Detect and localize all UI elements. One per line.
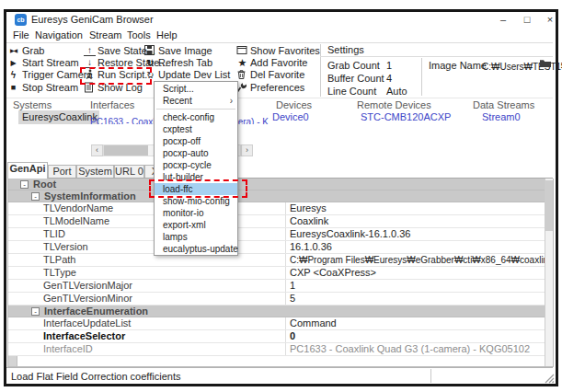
menu-separator [156,109,235,110]
device-item[interactable]: Device0 [272,111,309,123]
system-item[interactable]: EuresysCoaxlink [22,111,97,123]
menu-item-pocxp-cycle[interactable]: pocxp-cycle [155,159,237,171]
tab-port[interactable]: Port [48,165,76,178]
collapse-icon[interactable]: - [31,307,40,316]
grid-row-tlversion[interactable]: TLVersion 16.1.0.36 [8,241,545,254]
grid-row-tlpath[interactable]: TLPath C:₩Program Files₩Euresys₩eGrabber… [8,254,545,267]
feature-command-value[interactable]: Command [285,317,549,329]
menu-stream[interactable]: Stream [89,29,121,41]
line-count-value[interactable]: Auto [386,86,407,98]
lightning-icon: ϟ [7,69,19,81]
menu-item-lamps[interactable]: lamps [155,231,237,243]
menu-file[interactable]: File [13,29,29,41]
menu-tools[interactable]: Tools [127,29,151,41]
menu-item-pocxp-auto[interactable]: pocxp-auto [155,147,237,159]
annotation-box-load-ffc [149,179,247,198]
grid-row-interfaceselector[interactable]: InterfaceSelector 0 [8,330,545,343]
maximize-button[interactable]: □ [519,12,535,27]
close-button[interactable]: × [542,12,558,27]
feature-value: PC1633 - Coaxlink Quad G3 (1-camera) - K… [285,343,549,355]
grid-row-gentlversionminor[interactable]: GenTLVersionMinor 5 [8,293,545,306]
grab-icon: ▶◀ [7,45,19,57]
vscrollbar-thumb[interactable] [545,180,553,231]
tab-genapi[interactable]: GenApi [7,162,48,179]
hscroll-left-button[interactable]: ‹ [91,144,103,156]
feature-name: TLPath [43,254,75,266]
feature-value[interactable]: 5 [285,293,549,305]
grid-group-interfaceenumeration[interactable]: - InterfaceEnumeration [8,306,545,317]
save-image-button[interactable]: Save Image [158,45,212,57]
feature-value[interactable]: EuresysCoaxlink-16.1.0.36 [285,228,549,240]
preferences-button[interactable]: Preferences [250,82,304,94]
submenu-arrow-icon: › [230,95,233,107]
remote-device-item[interactable]: STC-CMB120ACXP [361,111,451,123]
refresh-tab-button[interactable]: Refresh Tab [158,57,212,69]
menu-item-check-config[interactable]: check-config [155,111,237,123]
tab-url0[interactable]: URL 0 [114,165,144,178]
star-icon: ★ [236,57,248,69]
feature-value[interactable]: 0 [285,330,549,342]
annotation-box-run-script [80,67,152,85]
menu-item-cxptest[interactable]: cxptest [155,123,237,135]
grid-group-systeminformation[interactable]: - SystemInformation [8,190,545,202]
feature-value[interactable]: Coaxlink [285,215,549,227]
grid-row-interfaceid[interactable]: InterfaceID PC1633 - Coaxlink Quad G3 (1… [8,343,545,356]
grid-row-gentlversionmajor[interactable]: GenTLVersionMajor 1 [8,280,545,293]
grid-row-tltype[interactable]: TLType CXP <CoaXPress> [8,267,545,280]
tab-system[interactable]: System [76,165,114,178]
save-image-icon [144,45,156,57]
grid-row-tlvendorname[interactable]: TLVendorName Euresys [8,202,545,215]
feature-value[interactable]: 16.1.0.36 [285,241,549,253]
menu-help[interactable]: Help [156,29,178,41]
feature-name: TLID [43,228,65,240]
grab-count-label: Grab Count [327,60,380,72]
feature-name: InterfaceID [43,343,93,355]
buffer-count-value[interactable]: 4 [386,73,392,85]
update-dev-list-button[interactable]: Update Dev List [158,69,230,81]
grid-row-tlmodelname[interactable]: TLModelName Coaxlink [8,215,545,228]
hscroll-right-button[interactable]: › [241,144,253,156]
add-favorite-button[interactable]: Add Favorite [250,57,307,69]
group-label: SystemInformation [44,190,136,202]
collapse-icon[interactable]: - [20,180,29,189]
feature-name: TLModelName [43,215,109,227]
menu-navigation[interactable]: Navigation [35,29,83,41]
feature-name: GenTLVersionMinor [43,293,132,305]
minimize-button[interactable]: – [495,12,511,27]
resize-grip-icon[interactable] [545,374,555,384]
menu-item-recent[interactable]: Recent› [155,95,237,107]
stop-stream-button[interactable]: Stop Stream [22,82,78,94]
feature-value[interactable]: CXP <CoaXPress> [285,267,549,279]
grab-button[interactable]: Grab [22,45,44,57]
grid-row-tlid[interactable]: TLID EuresysCoaxlink-16.1.0.36 [8,228,545,241]
trash-icon [236,69,248,81]
grab-count-value[interactable]: 1 [386,60,392,72]
menu-item-monitor-io[interactable]: monitor-io [155,207,237,219]
status-text: Load Flat Field Correction coefficients [11,371,180,383]
show-favorites-icon [236,45,248,57]
data-stream-item[interactable]: Stream0 [482,111,521,123]
play-icon: ▶ [7,57,19,69]
start-stream-button[interactable]: Start Stream [22,57,79,69]
folder-icon[interactable] [539,58,551,70]
show-favorites-button[interactable]: Show Favorites [250,45,320,57]
feature-value[interactable]: 1 [285,280,549,292]
del-favorite-button[interactable]: Del Favorite [250,69,304,81]
settings-title: Settings [327,44,364,56]
feature-value[interactable]: C:₩Program Files₩Euresys₩eGrabber₩cti₩x8… [285,254,549,266]
app-icon: cb [15,14,27,26]
collapse-icon[interactable]: - [31,192,40,201]
grid-group-root[interactable]: - Root [8,179,545,190]
grid-row-interfaceupdatelist[interactable]: InterfaceUpdateList Command [8,317,545,330]
feature-value[interactable]: Euresys [285,202,549,214]
stop-icon: ■ [7,82,19,94]
save-state-icon: ↑ [84,45,96,56]
menu-item-pocxp-off[interactable]: pocxp-off [155,135,237,147]
menu-item-script[interactable]: Script... [155,83,237,95]
menu-item-eucalyptus-update[interactable]: eucalyptus-update [155,243,237,255]
menu-item-export-xml[interactable]: export-xml [155,219,237,231]
feature-name: TLVendorName [43,202,113,214]
col-header-data-streams: Data Streams [473,99,534,111]
hscrollbar-thumb[interactable] [104,145,148,156]
menu-item-recent-label: Recent [163,96,192,106]
